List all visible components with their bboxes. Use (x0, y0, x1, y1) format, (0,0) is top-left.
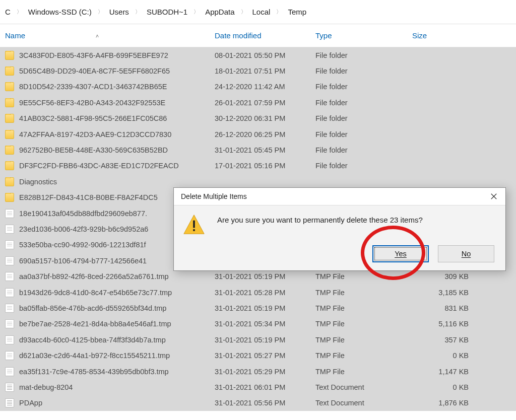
file-modified: 31-01-2021 05:19 PM (215, 304, 315, 312)
chevron-right-icon: 〉 (17, 8, 22, 16)
file-row[interactable]: DF3FC2FD-FBB6-43DC-A83E-ED1C7D2FEACD17-0… (0, 158, 516, 174)
text-document-icon (5, 383, 14, 392)
file-type: File folder (315, 130, 412, 138)
file-icon (5, 225, 14, 234)
file-row[interactable]: d93acc4b-60c0-4125-bbea-74ff3f3d4b7a.tmp… (0, 332, 516, 347)
file-row[interactable]: ba05ffab-856e-476b-acd6-d559265bf34d.tmp… (0, 300, 516, 316)
breadcrumb-segment[interactable]: AppData (205, 8, 234, 16)
file-modified: 31-01-2021 05:27 PM (215, 352, 315, 360)
file-icon (5, 288, 14, 297)
svg-rect-4 (193, 229, 195, 231)
file-row[interactable]: aa0a37bf-b892-42f6-8ced-2266a52a6761.tmp… (0, 268, 516, 284)
column-header-size[interactable]: Size (412, 31, 478, 40)
file-name: d621a03e-c2d6-44a1-b972-f8cc15545211.tmp (19, 352, 170, 360)
file-modified: 31-01-2021 05:45 PM (215, 146, 315, 154)
file-row[interactable]: 8D10D542-2339-4307-ACD1-3463742BB65E24-1… (0, 79, 516, 95)
file-name: be7be7ae-2528-4e21-8d4a-bb8a4e546af1.tmp (19, 320, 171, 328)
address-bar[interactable]: C〉Windows-SSD (C:)〉Users〉SUBODH~1〉AppDat… (0, 0, 516, 24)
file-name: d93acc4b-60c0-4125-bbea-74ff3f3d4b7a.tmp (19, 336, 166, 344)
no-button-label: No (462, 250, 471, 258)
dialog-title: Delete Multiple Items (181, 192, 247, 200)
column-header-type[interactable]: Type (315, 31, 412, 40)
file-name: PDApp (19, 399, 42, 407)
file-row[interactable]: 41AB03C2-5881-4F98-95C5-266E1FC05C8630-1… (0, 111, 516, 126)
chevron-right-icon: 〉 (98, 8, 103, 16)
chevron-right-icon: 〉 (135, 8, 141, 16)
file-name: ea35f131-7c9e-4785-8534-439b95db0bf3.tmp (19, 368, 169, 376)
file-modified: 26-01-2021 07:59 PM (215, 99, 315, 107)
file-type: TMP File (315, 304, 412, 312)
file-modified: 18-01-2021 07:51 PM (215, 67, 315, 75)
chevron-right-icon: 〉 (241, 8, 246, 16)
file-row[interactable]: be7be7ae-2528-4e21-8d4a-bb8a4e546af1.tmp… (0, 316, 516, 332)
file-size: 1,876 KB (412, 399, 473, 407)
file-row[interactable]: PDApp31-01-2021 05:56 PMText Document1,8… (0, 395, 516, 411)
file-name: 8D10D542-2339-4307-ACD1-3463742BB65E (19, 83, 167, 91)
breadcrumb-segment[interactable]: Temp (288, 8, 306, 16)
file-row[interactable]: ea35f131-7c9e-4785-8534-439b95db0bf3.tmp… (0, 364, 516, 379)
file-type: File folder (315, 51, 412, 59)
file-icon (5, 335, 14, 344)
file-type: File folder (315, 114, 412, 122)
file-icon (5, 319, 14, 328)
file-modified: 08-01-2021 05:50 PM (215, 51, 315, 59)
close-icon[interactable] (487, 190, 500, 203)
file-row[interactable]: d621a03e-c2d6-44a1-b972-f8cc15545211.tmp… (0, 347, 516, 363)
dialog-titlebar: Delete Multiple Items (174, 188, 505, 205)
file-icon (5, 304, 14, 313)
file-modified: 31-01-2021 05:29 PM (215, 368, 315, 376)
breadcrumb-segment[interactable]: SUBODH~1 (147, 8, 187, 16)
text-document-icon (5, 398, 14, 407)
folder-icon (5, 177, 14, 186)
file-name: 962752B0-BE5B-448E-A330-569C635B52BD (19, 146, 168, 154)
dialog-body: Are you sure you want to permanently del… (174, 205, 505, 270)
file-type: TMP File (315, 320, 412, 328)
breadcrumb-segment[interactable]: Users (109, 8, 129, 16)
file-name: 47A2FFAA-8197-42D3-AAE9-C12D3CCD7830 (19, 130, 171, 138)
file-modified: 26-12-2020 06:25 PM (215, 130, 315, 138)
column-header-modified-label: Date modified (215, 31, 262, 40)
file-name: ba05ffab-856e-476b-acd6-d559265bf34d.tmp (19, 304, 166, 312)
column-header-name[interactable]: Name ʌ (0, 31, 215, 40)
file-type: File folder (315, 162, 412, 170)
no-button[interactable]: No (438, 245, 494, 262)
breadcrumb-segment[interactable]: C (5, 8, 11, 16)
folder-icon (5, 66, 14, 76)
file-row[interactable]: 9E55CF56-8EF3-42B0-A343-20432F92553E26-0… (0, 95, 516, 110)
column-header-modified[interactable]: Date modified (215, 31, 315, 40)
file-size: 309 KB (412, 272, 473, 281)
file-name: 3C483F0D-E805-43F6-A4FB-699F5EBFE972 (19, 51, 168, 59)
file-row[interactable]: 962752B0-BE5B-448E-A330-569C635B52BD31-0… (0, 142, 516, 158)
chevron-right-icon: 〉 (276, 8, 282, 16)
file-name: aa0a37bf-b892-42f6-8ced-2266a52a6761.tmp (19, 272, 169, 281)
file-type: TMP File (315, 368, 412, 376)
file-name: 690a5157-b106-4794-b777-142566e41 (19, 257, 147, 265)
file-name: mat-debug-8204 (19, 383, 73, 391)
file-modified: 17-01-2021 05:16 PM (215, 162, 315, 170)
file-icon (5, 272, 14, 281)
file-row[interactable]: 47A2FFAA-8197-42D3-AAE9-C12D3CCD783026-1… (0, 126, 516, 142)
file-type: File folder (315, 146, 412, 154)
file-icon (5, 351, 14, 360)
folder-icon (5, 114, 14, 123)
file-name: 9E55CF56-8EF3-42B0-A343-20432F92553E (19, 99, 165, 107)
file-name: DF3FC2FD-FBB6-43DC-A83E-ED1C7D2FEACD (19, 162, 179, 170)
file-row[interactable]: 5D65C4B9-DD29-40EA-8C7F-5E5FF6802F6518-0… (0, 63, 516, 79)
file-name: 5D65C4B9-DD29-40EA-8C7F-5E5FF6802F65 (19, 67, 170, 75)
file-type: File folder (315, 83, 412, 91)
file-row[interactable]: mat-debug-820431-01-2021 06:01 PMText Do… (0, 379, 516, 395)
file-type: File folder (315, 99, 412, 107)
chevron-right-icon: 〉 (194, 8, 199, 16)
folder-icon (5, 130, 14, 139)
file-name: 533e50ba-cc90-4992-90d6-12213df81f (19, 241, 146, 249)
file-modified: 31-01-2021 05:19 PM (215, 272, 315, 281)
yes-button[interactable]: Yes (372, 245, 429, 262)
column-header-type-label: Type (315, 31, 332, 40)
file-name: 23ed1036-b006-42f3-929b-b6c9d952a6 (19, 225, 148, 233)
file-row[interactable]: 3C483F0D-E805-43F6-A4FB-699F5EBFE97208-0… (0, 47, 516, 63)
dialog-button-row: Yes No (372, 245, 494, 262)
breadcrumb-segment[interactable]: Windows-SSD (C:) (28, 8, 92, 16)
yes-button-label: Yes (395, 250, 407, 258)
file-row[interactable]: b1943d26-9dc8-41d0-8c47-e54b65e73c77.tmp… (0, 285, 516, 300)
breadcrumb-segment[interactable]: Local (252, 8, 271, 16)
